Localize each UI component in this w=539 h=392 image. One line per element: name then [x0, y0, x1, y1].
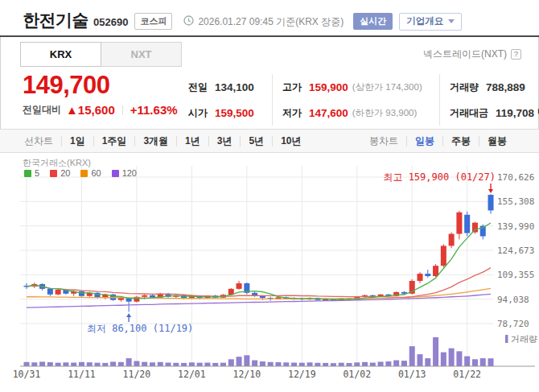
- exchange-label: 한국거래소(KRX): [23, 157, 91, 169]
- clock-icon: [183, 14, 194, 29]
- tab-10year[interactable]: 10년: [272, 136, 309, 146]
- stock-code: 052690: [93, 16, 128, 28]
- svg-text:01/13: 01/13: [398, 369, 426, 380]
- header-divider: [0, 35, 539, 37]
- price-volume-chart: 170,626155,308139,990124,673109,35594,03…: [0, 153, 539, 392]
- up-arrow-icon: ▲: [66, 103, 78, 117]
- chevron-down-icon: [448, 19, 455, 23]
- change-label: 전일대비: [23, 103, 61, 117]
- ma-line: [27, 223, 491, 299]
- stock-detail-page: 한전기술 052690 코스피 2026.01.27 09:45 기준(KRX …: [0, 0, 539, 392]
- ma-legend: 52060120: [24, 168, 147, 178]
- chart-section: 170,626155,308139,990124,673109,35594,03…: [0, 153, 539, 392]
- volume-bars: [24, 337, 494, 366]
- ma-legend-item-120: 120: [112, 168, 137, 178]
- tab-nxt[interactable]: NXT: [101, 42, 182, 67]
- stat-high: 고가 159,900 (상한가 174,300): [282, 74, 430, 100]
- x-axis-labels: 10/3111/1111/2012/0112/1012/1901/0201/13…: [13, 369, 481, 380]
- svg-text:124,673: 124,673: [497, 246, 534, 256]
- stock-name: 한전기술: [23, 9, 88, 31]
- tab-daily[interactable]: 일봉: [406, 136, 442, 146]
- price-stats: 전일 134,100 시가 159,500 고가 159,900 (상한가 17…: [188, 74, 539, 126]
- market-badge: 코스피: [134, 13, 172, 30]
- change-percent: +11.63%: [130, 103, 178, 117]
- svg-text:11/11: 11/11: [68, 369, 96, 380]
- svg-text:12/10: 12/10: [233, 369, 261, 380]
- svg-text:155,308: 155,308: [497, 196, 534, 207]
- change-value: ▲15,600: [66, 103, 115, 117]
- stat-low: 저가 147,600 (하한가 93,900): [282, 100, 430, 126]
- svg-text:94,038: 94,038: [497, 295, 529, 305]
- svg-text:12/01: 12/01: [178, 369, 206, 380]
- stat-open: 시가 159,500: [188, 100, 262, 126]
- svg-text:170,626: 170,626: [497, 172, 534, 183]
- ma-swatch-icon: [80, 170, 88, 177]
- tab-3year[interactable]: 3년: [208, 136, 241, 146]
- company-overview-button[interactable]: 기업개요: [399, 13, 462, 31]
- tab-1day[interactable]: 1일: [61, 136, 93, 146]
- ma-legend-item-20: 20: [50, 168, 70, 178]
- svg-text:78,720: 78,720: [497, 319, 529, 329]
- svg-text:거래량: 거래량: [511, 334, 537, 344]
- tab-1week[interactable]: 1주일: [93, 136, 135, 146]
- tab-candle-chart: 봉차트: [369, 136, 406, 146]
- tab-3month[interactable]: 3개월: [134, 136, 176, 146]
- tab-krx[interactable]: KRX: [20, 42, 101, 67]
- ma-legend-item-5: 5: [24, 168, 39, 178]
- stat-volume: 거래량 788,889: [450, 74, 539, 100]
- ma-swatch-icon: [50, 170, 57, 177]
- price-change-row: 전일대비 ▲15,600 +11.63%: [23, 103, 178, 117]
- tab-monthly[interactable]: 월봉: [479, 136, 515, 146]
- svg-text:109,355: 109,355: [497, 270, 534, 280]
- ma-swatch-icon: [112, 170, 119, 177]
- svg-text:최고 159,900 (01/27): 최고 159,900 (01/27): [383, 171, 496, 183]
- svg-text:01/02: 01/02: [343, 369, 371, 380]
- header: 한전기술 052690 코스피 2026.01.27 09:45 기준(KRX …: [23, 8, 526, 32]
- period-tabs: 선차트1일1주일3개월1년3년5년10년: [24, 136, 309, 146]
- quote-timestamp: 2026.01.27 09:45 기준(KRX 장중): [198, 15, 344, 29]
- stat-trade-value: 거래대금 119,708 백만: [450, 100, 539, 126]
- nextrade-link: 넥스트레이드(NXT) ?: [423, 47, 521, 61]
- ma-legend-item-60: 60: [80, 168, 101, 178]
- annotation-high: 최고 159,900 (01/27): [383, 171, 496, 193]
- stat-prev-close: 전일 134,100: [188, 74, 262, 100]
- volume-legend: 거래량: [505, 334, 537, 344]
- svg-text:12/19: 12/19: [288, 369, 316, 380]
- svg-text:최저 86,100 (11/19): 최저 86,100 (11/19): [87, 323, 193, 334]
- tab-line-chart: 선차트: [24, 136, 61, 146]
- tab-1year[interactable]: 1년: [176, 136, 208, 146]
- svg-text:10/31: 10/31: [13, 369, 41, 380]
- company-overview-label: 기업개요: [406, 15, 443, 27]
- svg-text:139,990: 139,990: [497, 221, 534, 232]
- annotation-low: 최저 86,100 (11/19): [87, 313, 193, 334]
- svg-text:11/20: 11/20: [123, 369, 151, 380]
- realtime-badge: 실시간: [353, 13, 393, 30]
- tab-5year[interactable]: 5년: [240, 136, 272, 146]
- grid-layer: [20, 166, 493, 366]
- current-price: 149,700: [23, 71, 110, 100]
- tab-weekly[interactable]: 주봉: [442, 136, 479, 146]
- svg-text:01/22: 01/22: [453, 369, 481, 380]
- chart-toolbar: 선차트1일1주일3개월1년3년5년10년 봉차트일봉주봉월봉: [0, 129, 539, 153]
- help-icon[interactable]: ?: [511, 49, 521, 60]
- divider: [122, 105, 123, 115]
- y-axis-labels: 170,626155,308139,990124,673109,35594,03…: [497, 172, 534, 329]
- ma-swatch-icon: [24, 170, 31, 177]
- nextrade-label: 넥스트레이드(NXT): [423, 47, 507, 61]
- candle-type-tabs: 봉차트일봉주봉월봉: [369, 136, 515, 146]
